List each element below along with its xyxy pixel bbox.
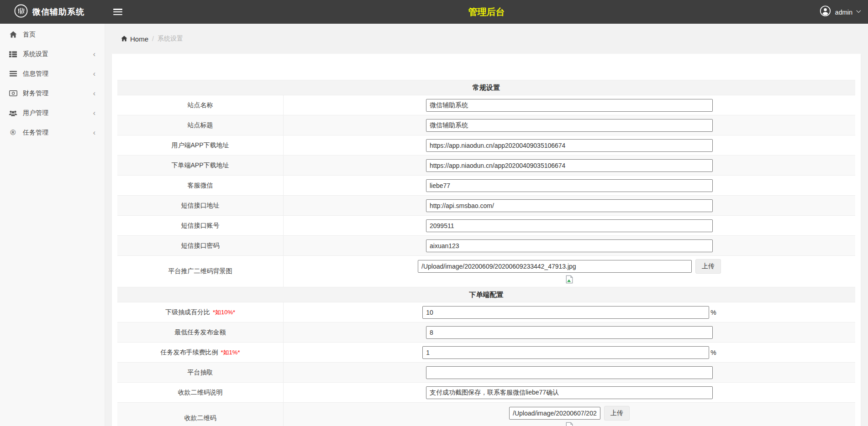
field-value-cell (284, 196, 855, 215)
breadcrumb: Home / 系统设置 (105, 24, 868, 54)
form-row-site-name: 站点名称 (117, 95, 855, 115)
upload-button[interactable]: 上传 (695, 259, 721, 274)
field-label-cell: 平台抽取 (117, 363, 284, 382)
sidebar-item-info-management[interactable]: 信息管理 ‹ (0, 64, 105, 83)
field-value-cell (284, 115, 855, 135)
sidebar-item-label: 任务管理 (23, 129, 93, 137)
field-label: 短信接口账号 (181, 222, 220, 230)
section-title: 下单端配置 (469, 291, 504, 299)
sidebar: 首页 系统设置 ‹ 信息管理 ‹ (0, 24, 105, 426)
order-app-url-input[interactable] (426, 159, 713, 172)
upload-button[interactable]: 上传 (604, 406, 630, 421)
form-row-order-app-url: 下单端APP下载地址 (117, 156, 855, 176)
field-hint: *如10%* (213, 308, 235, 317)
field-value-cell: 上传 (284, 256, 855, 287)
field-label: 短信接口地址 (181, 202, 220, 210)
field-label: 下单端APP下载地址 (171, 161, 229, 170)
sms-api-url-input[interactable] (426, 199, 713, 212)
header-main: 管理后台 admin (105, 0, 868, 24)
settings-card: 常规设置 站点名称 站点标题 用户端APP下载地址 (112, 54, 861, 426)
field-label-cell: 用户端APP下载地址 (117, 135, 284, 155)
sidebar-item-task-management[interactable]: ® 任务管理 ‹ (0, 123, 105, 142)
form-row-sms-api-url: 短信接口地址 (117, 196, 855, 216)
field-label-cell: 站点标题 (117, 115, 284, 135)
field-label-cell: 任务发布手续费比例 *如1%* (117, 343, 284, 362)
service-wechat-input[interactable] (426, 179, 713, 192)
percent-suffix: % (710, 309, 716, 316)
form-row-service-wechat: 客服微信 (117, 176, 855, 196)
field-label-cell: 短信接口账号 (117, 216, 284, 235)
field-label-cell: 短信接口密码 (117, 236, 284, 255)
platform-cut-input[interactable] (426, 366, 713, 379)
chevron-left-icon: ‹ (93, 51, 95, 58)
brand-logo-icon (14, 4, 28, 20)
site-name-input[interactable] (426, 99, 713, 112)
field-label-cell: 客服微信 (117, 176, 284, 195)
field-value-cell: % (284, 302, 855, 322)
field-label: 平台推广二维码背景图 (168, 267, 232, 275)
field-label: 站点标题 (188, 121, 213, 130)
field-hint: *如1%* (221, 348, 240, 357)
sidebar-item-label: 信息管理 (23, 70, 93, 78)
field-label: 收款二维码 (184, 414, 216, 422)
user-menu[interactable]: admin (820, 5, 859, 19)
section-header-order-client: 下单端配置 (117, 287, 855, 302)
field-label-cell: 站点名称 (117, 95, 284, 115)
page-title: 管理后台 (468, 6, 505, 18)
chevron-left-icon: ‹ (93, 109, 95, 117)
settings-form: 常规设置 站点名称 站点标题 用户端APP下载地址 (117, 80, 855, 426)
field-label: 下级抽成百分比 (165, 308, 210, 317)
payment-qr-input[interactable] (509, 407, 600, 420)
home-icon (9, 31, 17, 38)
percent-suffix: % (710, 349, 716, 356)
chevron-left-icon: ‹ (93, 90, 95, 97)
broken-image-icon (565, 275, 573, 284)
sidebar-item-system-settings[interactable]: 系统设置 ‹ (0, 44, 105, 64)
field-label: 客服微信 (188, 182, 213, 190)
sidebar-item-home[interactable]: 首页 (0, 25, 105, 44)
site-title-input[interactable] (426, 119, 713, 132)
sidebar-item-label: 财务管理 (23, 89, 93, 98)
form-row-site-title: 站点标题 (117, 115, 855, 135)
breadcrumb-home[interactable]: Home (121, 35, 148, 43)
field-value-cell (284, 216, 855, 235)
field-value-cell (284, 176, 855, 195)
home-icon (121, 35, 127, 43)
field-value-cell (284, 95, 855, 115)
field-label-cell: 短信接口地址 (117, 196, 284, 215)
field-label: 收款二维码说明 (178, 389, 223, 397)
chevron-down-icon (856, 8, 861, 13)
sms-account-input[interactable] (426, 219, 713, 232)
sidebar-item-finance-management[interactable]: 财务管理 ‹ (0, 83, 105, 103)
form-row-platform-cut: 平台抽取 (117, 363, 855, 383)
field-label-cell: 平台推广二维码背景图 (117, 256, 284, 287)
registered-icon: ® (9, 129, 17, 137)
field-label-cell: 下单端APP下载地址 (117, 156, 284, 175)
sidebar-item-label: 系统设置 (23, 50, 93, 58)
user-app-url-input[interactable] (426, 139, 713, 152)
brand-title: 微信辅助系统 (32, 6, 84, 17)
field-value-cell (284, 322, 855, 342)
form-row-min-task-amount: 最低任务发布金额 (117, 322, 855, 343)
sidebar-item-label: 首页 (23, 31, 95, 39)
payment-qr-note-input[interactable] (426, 386, 713, 399)
breadcrumb-home-label: Home (130, 35, 148, 43)
field-value-cell (284, 236, 855, 255)
field-value-cell (284, 135, 855, 155)
field-label-cell: 收款二维码说明 (117, 383, 284, 402)
field-label: 任务发布手续费比例 (161, 348, 218, 357)
hamburger-menu-icon[interactable] (113, 7, 122, 16)
sidebar-item-label: 用户管理 (23, 109, 93, 117)
sidebar-item-user-management[interactable]: 用户管理 ‹ (0, 103, 105, 123)
brand[interactable]: 微信辅助系统 (0, 0, 105, 24)
field-label-cell: 收款二维码 (117, 403, 284, 426)
task-fee-percent-input[interactable] (422, 346, 709, 359)
commission-percent-input[interactable] (422, 306, 709, 319)
field-value-cell: % (284, 343, 855, 362)
sms-password-input[interactable] (426, 239, 713, 252)
users-icon (9, 110, 17, 116)
chevron-left-icon: ‹ (93, 129, 95, 136)
section-title: 常规设置 (473, 83, 500, 92)
min-task-amount-input[interactable] (426, 326, 713, 339)
promo-qr-bg-input[interactable] (418, 260, 692, 273)
